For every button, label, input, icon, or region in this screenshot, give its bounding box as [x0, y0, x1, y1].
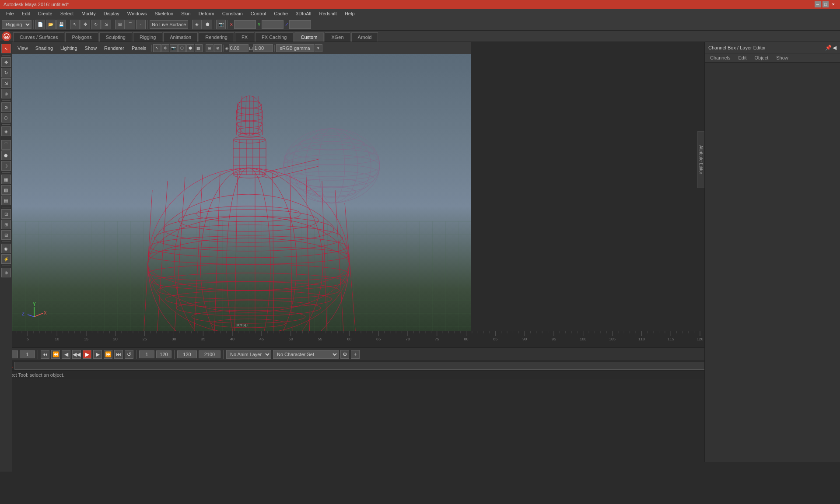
vp-camera-button[interactable]: 📷	[170, 44, 178, 52]
camera-button[interactable]: 📷	[216, 20, 226, 29]
y-input[interactable]	[262, 20, 284, 29]
paint-select-button[interactable]: ⬡	[1, 113, 11, 122]
anim-layer-select[interactable]: No Anim Layer	[226, 350, 271, 359]
vp-menu-lighting[interactable]: Lighting	[57, 45, 81, 52]
play-loop-button[interactable]: ↺	[125, 350, 133, 359]
tab-sculpting[interactable]: Sculpting	[99, 32, 132, 42]
tab-fx-caching[interactable]: FX Caching	[255, 32, 293, 42]
color-space-label[interactable]: sRGB gamma	[276, 44, 314, 52]
dynamics-btn[interactable]: ⚡	[1, 254, 11, 264]
menu-skin[interactable]: Skin	[178, 10, 194, 17]
char-set-settings-button[interactable]: ⚙	[340, 350, 349, 359]
extra-btn[interactable]: ⊕	[1, 268, 11, 277]
snap-grid-button[interactable]: ⊞	[115, 20, 125, 29]
tab-curves-surfaces[interactable]: Curves / Surfaces	[13, 32, 64, 42]
new-file-button[interactable]: 📄	[35, 20, 45, 29]
tab-arnold[interactable]: Arnold	[351, 32, 378, 42]
x-input[interactable]	[234, 20, 256, 29]
move-tool-button[interactable]: ✥	[80, 20, 90, 29]
vp-menu-show[interactable]: Show	[81, 45, 101, 52]
vp-select-button[interactable]: ↖	[153, 44, 161, 52]
menu-cache[interactable]: Cache	[270, 10, 291, 17]
play-next-key-button[interactable]: ⏩	[104, 350, 112, 359]
deform-btn-3[interactable]: ⊟	[1, 230, 11, 240]
snap-curve-button[interactable]: ⌒	[126, 20, 135, 29]
menu-help[interactable]: Help	[341, 10, 358, 17]
vp-menu-renderer[interactable]: Renderer	[101, 45, 128, 52]
play-first-button[interactable]: ⏮	[41, 350, 49, 359]
channel-tab-edit[interactable]: Edit	[735, 54, 750, 61]
layout-btn-2[interactable]: ▧	[1, 185, 11, 195]
universal-manip-button[interactable]: ⊕	[1, 89, 11, 98]
close-button[interactable]: ✕	[830, 1, 836, 7]
vp-texture-button[interactable]: ▦	[195, 44, 203, 52]
menu-control[interactable]: Control	[247, 10, 270, 17]
menu-select[interactable]: Select	[57, 10, 77, 17]
range-start-input[interactable]: 1	[139, 350, 154, 358]
menu-3dtoall[interactable]: 3DtoAll	[292, 10, 315, 17]
z-input[interactable]	[289, 20, 311, 29]
show-manip-button[interactable]: ◈	[1, 126, 11, 136]
current-frame-input[interactable]: 1	[20, 350, 35, 358]
camera-val-input[interactable]: 0.00	[229, 44, 248, 52]
rotate-tool-button[interactable]: ↻	[91, 20, 101, 29]
color-space-dropdown[interactable]: ▾	[315, 44, 322, 52]
menu-constrain[interactable]: Constrain	[219, 10, 246, 17]
channel-tab-show[interactable]: Show	[773, 54, 792, 61]
open-file-button[interactable]: 📂	[46, 20, 56, 29]
range-end-input[interactable]: 120	[156, 350, 172, 358]
layout-btn-3[interactable]: ▤	[1, 196, 11, 205]
fps-input[interactable]: 120	[177, 350, 197, 358]
character-set-select[interactable]: No Character Set	[273, 350, 339, 359]
render-btn[interactable]: ◉	[1, 244, 11, 253]
layout-btn-1[interactable]: ▦	[1, 175, 11, 184]
menu-windows[interactable]: Windows	[124, 10, 150, 17]
maximize-button[interactable]: □	[822, 1, 829, 7]
menu-modify[interactable]: Modify	[78, 10, 99, 17]
play-last-button[interactable]: ⏭	[114, 350, 123, 359]
char-set-extra-button[interactable]: +	[351, 350, 360, 359]
vp-menu-shading[interactable]: Shading	[32, 45, 56, 52]
play-next-button[interactable]: ▶	[93, 350, 102, 359]
menu-redshift[interactable]: Redshift	[316, 10, 340, 17]
scale-tool-button[interactable]: ⇲	[102, 20, 111, 29]
tab-xgen[interactable]: XGen	[325, 32, 350, 42]
snap-point-button[interactable]: ·	[136, 20, 146, 29]
tab-custom[interactable]: Custom	[294, 32, 324, 42]
tab-polygons[interactable]: Polygons	[65, 32, 98, 42]
menu-edit[interactable]: Edit	[18, 10, 34, 17]
vp-snap-button[interactable]: ⊕	[214, 44, 222, 52]
deform-btn-1[interactable]: ⊡	[1, 209, 11, 219]
channel-box-pin-icon[interactable]: 📌	[825, 45, 832, 51]
mode-select[interactable]: Rigging	[2, 20, 32, 29]
vp-move-button[interactable]: ✥	[161, 44, 169, 52]
select-tool-button[interactable]: ↖	[70, 20, 80, 29]
tab-rendering[interactable]: Rendering	[199, 32, 234, 42]
deform-btn-2[interactable]: ⊞	[1, 220, 11, 229]
curve-tool-button[interactable]: ⌒	[1, 140, 11, 150]
vp-menu-panels[interactable]: Panels	[128, 45, 150, 52]
channel-box-collapse-icon[interactable]: ◀	[833, 45, 836, 51]
play-back-button[interactable]: ◀◀	[72, 350, 81, 359]
tab-fx[interactable]: FX	[235, 32, 254, 42]
select-mode-button[interactable]: ↖	[1, 44, 11, 53]
scale-mode-button[interactable]: ⇲	[1, 78, 11, 88]
menu-create[interactable]: Create	[35, 10, 56, 17]
tab-animation[interactable]: Animation	[163, 32, 198, 42]
poly-tool-button[interactable]: ⬟	[1, 150, 11, 160]
menu-deform[interactable]: Deform	[195, 10, 218, 17]
menu-display[interactable]: Display	[100, 10, 123, 17]
lasso-select-button[interactable]: ⊘	[1, 102, 11, 112]
minimize-button[interactable]: ─	[815, 1, 821, 7]
fov-input[interactable]: 1.00	[253, 44, 273, 52]
sculpt-button[interactable]: ☽	[1, 161, 11, 171]
range-end2-input[interactable]: 2100	[199, 350, 220, 358]
channel-tab-channels[interactable]: Channels	[707, 54, 734, 61]
ipr-button[interactable]: ⬟	[203, 20, 212, 29]
menu-file[interactable]: File	[3, 10, 18, 17]
channel-tab-object[interactable]: Object	[751, 54, 772, 61]
vp-wireframe-button[interactable]: ⬡	[178, 44, 186, 52]
vp-grid-button[interactable]: ⊞	[206, 44, 214, 52]
play-prev-button[interactable]: ◀	[62, 350, 70, 359]
vp-menu-view[interactable]: View	[14, 45, 32, 52]
